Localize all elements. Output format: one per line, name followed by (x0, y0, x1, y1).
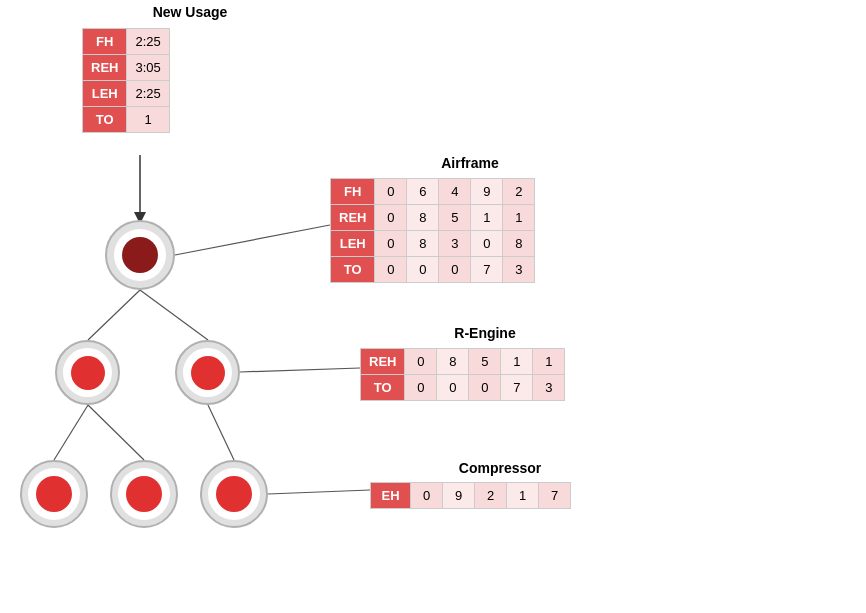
airframe-title: Airframe (370, 155, 570, 171)
table-row: EH 0 9 2 1 7 (371, 483, 571, 509)
table-row: REH 0 8 5 1 1 (361, 349, 565, 375)
bot-right-node-inner (216, 476, 252, 512)
label-fh: FH (83, 29, 127, 55)
compressor-title: Compressor (400, 460, 600, 476)
airframe-table: FH 0 6 4 9 2 REH 0 8 5 1 1 LEH 0 8 3 0 8… (330, 178, 535, 283)
svg-line-6 (88, 405, 144, 460)
table-row: REH 0 8 5 1 1 (331, 205, 535, 231)
svg-line-1 (175, 225, 330, 255)
main-container: New Usage FH 2:25 REH 3:05 LEH 2:25 TO 1… (0, 0, 866, 613)
table-row: TO 0 0 0 7 3 (361, 375, 565, 401)
svg-line-8 (268, 490, 370, 494)
bot-left-node (20, 460, 88, 528)
top-node (105, 220, 175, 290)
new-usage-title: New Usage (100, 4, 280, 20)
val-to: 1 (127, 107, 169, 133)
label-leh: LEH (83, 81, 127, 107)
bot-left-node-inner (36, 476, 72, 512)
label-reh: REH (83, 55, 127, 81)
table-row: TO 0 0 0 7 3 (331, 257, 535, 283)
mid-right-node (175, 340, 240, 405)
val-fh: 2:25 (127, 29, 169, 55)
top-node-mid (114, 229, 166, 281)
bot-mid-node-inner (126, 476, 162, 512)
compressor-table: EH 0 9 2 1 7 (370, 482, 571, 509)
table-row: FH 0 6 4 9 2 (331, 179, 535, 205)
mid-left-node (55, 340, 120, 405)
rengine-table: REH 0 8 5 1 1 TO 0 0 0 7 3 (360, 348, 565, 401)
table-row: REH 3:05 (83, 55, 170, 81)
table-row: TO 1 (83, 107, 170, 133)
bot-right-node-mid (208, 468, 260, 520)
label-to: TO (83, 107, 127, 133)
bot-mid-node-mid (118, 468, 170, 520)
bot-right-node (200, 460, 268, 528)
rengine-title: R-Engine (385, 325, 585, 341)
val-leh: 2:25 (127, 81, 169, 107)
mid-left-node-inner (71, 356, 105, 390)
svg-line-5 (54, 405, 88, 460)
bot-left-node-mid (28, 468, 80, 520)
mid-left-node-mid (63, 348, 112, 397)
svg-line-7 (208, 405, 234, 460)
table-row: FH 2:25 (83, 29, 170, 55)
svg-line-4 (240, 368, 360, 372)
new-usage-table: FH 2:25 REH 3:05 LEH 2:25 TO 1 (82, 28, 170, 133)
mid-right-node-inner (191, 356, 225, 390)
table-row: LEH 0 8 3 0 8 (331, 231, 535, 257)
top-node-inner (122, 237, 158, 273)
svg-line-2 (88, 290, 140, 340)
val-reh: 3:05 (127, 55, 169, 81)
bot-mid-node (110, 460, 178, 528)
table-row: LEH 2:25 (83, 81, 170, 107)
mid-right-node-mid (183, 348, 232, 397)
svg-line-3 (140, 290, 208, 340)
